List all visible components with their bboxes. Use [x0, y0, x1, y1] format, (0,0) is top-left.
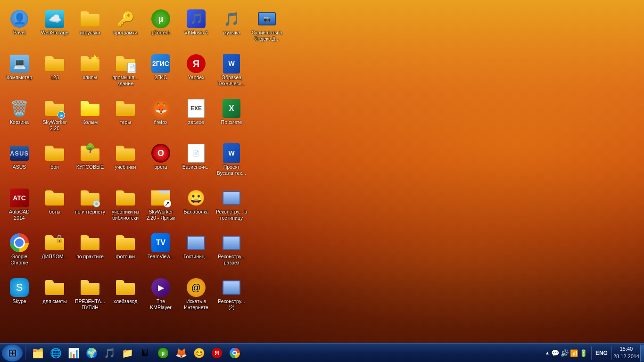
icon-asus[interactable]: ASUS ASUS	[2, 141, 36, 186]
icon-firefox[interactable]: 🦊 firefox	[144, 97, 178, 141]
icon-iskat[interactable]: @ Искать в Интернете	[179, 276, 213, 321]
icon-pavel[interactable]: 👤 Pavel	[2, 7, 36, 52]
taskbar-music[interactable]: 🎵	[101, 345, 118, 362]
icon-kmplayer[interactable]: ▶ The KMPlayer	[144, 276, 178, 321]
icon-muzyka[interactable]: 🎵 музыка	[215, 7, 248, 52]
icon-screenshot[interactable]: 📷 Скриншоты в Яндекс.Д...	[250, 7, 284, 52]
taskbar: ⊞ 🗂️ 🌐 📊 🌍 🎵 📁 🖩	[0, 343, 644, 362]
icon-opera[interactable]: O орега	[144, 141, 178, 186]
icon-computer[interactable]: 💻 Компьютер	[2, 52, 36, 97]
icon-proekt[interactable]: W Проект Вусала тех...	[215, 141, 248, 186]
icon-bazisno[interactable]: 📄 Базисно-и...	[179, 141, 213, 186]
icon-gostinit[interactable]: Гостиниц...	[179, 231, 213, 276]
icon-posmete[interactable]: X По смете	[215, 97, 248, 141]
icon-uchebniki-bib[interactable]: учебники из библиотеки	[108, 186, 142, 231]
taskbar-utorrent[interactable]: µ	[155, 345, 172, 362]
taskbar-calc[interactable]: 🖩	[137, 345, 154, 362]
tray-network-icon2[interactable]: 📶	[570, 349, 578, 357]
taskbar-yandex[interactable]: Я	[208, 345, 225, 362]
icon-autocad[interactable]: ATC AutoCAD 2014	[2, 186, 36, 231]
time-display: 15:40	[613, 346, 639, 353]
taskbar-explorer[interactable]: 🗂️	[29, 345, 46, 362]
icon-chrome[interactable]: Google Chrome	[2, 231, 36, 276]
icon-skyworker-yarlyk[interactable]: ↗ SkyWorker 2.20 - Ярлык	[144, 186, 178, 231]
start-button[interactable]: ⊞	[2, 345, 23, 362]
taskbar-firefox[interactable]: 🦊	[173, 345, 190, 362]
icon-teamviewer[interactable]: TV TeamView...	[144, 231, 178, 276]
icon-yandex[interactable]: Я Yandex	[179, 52, 213, 97]
tray-separator	[591, 346, 592, 360]
icon-utorrent[interactable]: µ µTorrent	[144, 7, 178, 52]
icon-rekonstru2[interactable]: Реконстру... (2)	[215, 276, 248, 321]
icon-obrazec[interactable]: W Образец Техническ...	[215, 52, 248, 97]
clock-separator	[611, 346, 612, 360]
tray-volume-icon[interactable]: 🔊	[561, 349, 569, 357]
taskbar-icons: 🗂️ 🌐 📊 🌍 🎵 📁 🖩 µ	[29, 345, 243, 362]
icon-webstorage[interactable]: ☁️ WebStorage	[38, 7, 72, 52]
show-desktop-button[interactable]	[640, 345, 644, 362]
icon-korzina[interactable]: 🗑️ Корзина	[2, 97, 36, 141]
tray-expand-arrow[interactable]: ▲	[544, 350, 551, 355]
icon-skype[interactable]: S Skype	[2, 276, 36, 321]
taskbar-monitor[interactable]: 📊	[65, 345, 82, 362]
icon-po-internetu[interactable]: 💿 по интернету	[73, 186, 107, 231]
icon-zet[interactable]: EXE zet.exe	[179, 97, 213, 141]
icon-po-praktike[interactable]: по практике	[73, 231, 107, 276]
icon-dlya-smety[interactable]: для сметы	[38, 276, 72, 321]
icon-2gis[interactable]: 2ГИС 2ГИС	[144, 52, 178, 97]
system-tray: ▲ 💬 🔊 📶 🔋 ENG 15:40 28.12.2014	[544, 344, 644, 362]
taskbar-chrome[interactable]	[226, 345, 243, 362]
icon-presenta[interactable]: ПРЕЗЕНТА... ПУТИН	[73, 276, 107, 321]
icon-programki[interactable]: 🔑 програмки	[108, 7, 142, 52]
icon-balabol[interactable]: 😀 Балаболка	[179, 186, 213, 231]
icon-diplom[interactable]: 🔒 ДИПЛОМ...	[38, 231, 72, 276]
taskbar-globe[interactable]: 🌍	[83, 345, 100, 362]
icon-rekonstru-gostin[interactable]: Реконстру... в гостиницу	[215, 186, 248, 231]
icon-kursovye[interactable]: 🌳 КУРСОВЫЕ	[73, 141, 107, 186]
clock-display[interactable]: 15:40 28.12.2014	[613, 346, 639, 360]
icon-boi[interactable]: бои	[38, 141, 72, 186]
language-indicator[interactable]: ENG	[595, 350, 608, 356]
desktop: 👤 Pavel ☁️ WebStorage игрульки 🔑 програм…	[0, 0, 644, 362]
taskbar-ie[interactable]: 🌐	[47, 345, 64, 362]
taskbar-smiley[interactable]: 😊	[190, 345, 207, 362]
icon-igrulki[interactable]: игрульки	[73, 7, 107, 52]
icon-kolym[interactable]: Колым	[73, 97, 107, 141]
icon-123[interactable]: 123	[38, 52, 72, 97]
icon-rekonstru-razrez[interactable]: Реконстру... разрез	[215, 231, 248, 276]
icon-uchebniki[interactable]: учебники	[108, 141, 142, 186]
taskbar-separator	[25, 346, 25, 360]
icon-tery[interactable]: теры	[108, 97, 142, 141]
icon-boty[interactable]: боты	[38, 186, 72, 231]
icon-skyworker220[interactable]: ☁ SkyWorker 2.20	[38, 97, 72, 141]
icon-klipy[interactable]: ⭐ клипы	[73, 52, 107, 97]
icon-fotochki[interactable]: фоточки	[108, 231, 142, 276]
icon-promyshl[interactable]: 📄 промышл... здание	[108, 52, 142, 97]
icon-vkmusic[interactable]: 🎵 VKMusic 4	[179, 7, 213, 52]
tray-battery-icon[interactable]: 🔋	[579, 349, 587, 357]
tray-network-icon[interactable]: 💬	[551, 349, 559, 357]
taskbar-folder[interactable]: 📁	[119, 345, 136, 362]
icons-area: 👤 Pavel ☁️ WebStorage игрульки 🔑 програм…	[0, 5, 292, 344]
tray-icons: 💬 🔊 📶 🔋	[551, 349, 587, 357]
date-display: 28.12.2014	[613, 353, 639, 360]
icon-hlebzavod[interactable]: хлебзавод	[108, 276, 142, 321]
